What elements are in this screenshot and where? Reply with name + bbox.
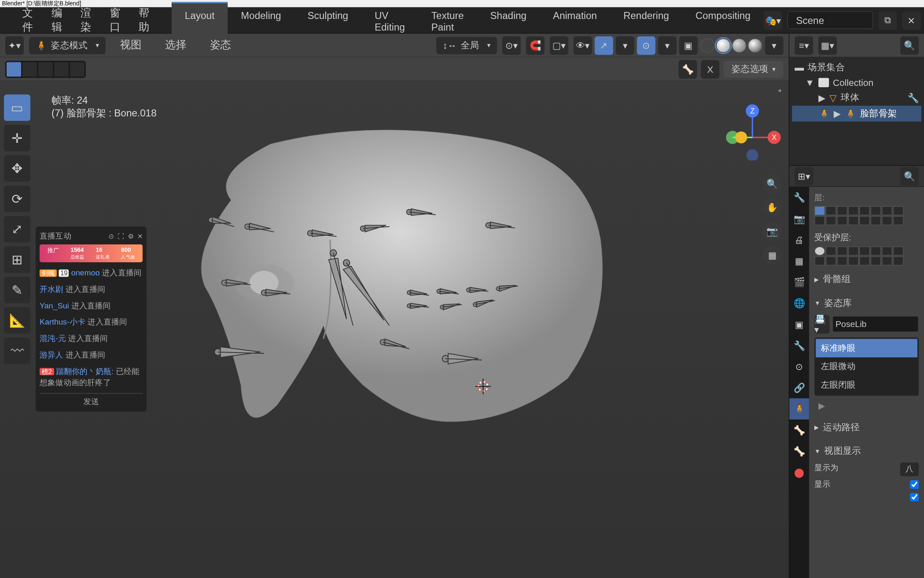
tree-scene-collection[interactable]: ▬ 场景集合	[792, 59, 922, 75]
shading-matprev-icon[interactable]	[732, 38, 746, 52]
tool-scale[interactable]: ⤢	[4, 216, 31, 242]
visibility-icon[interactable]: 👁▾	[573, 36, 592, 54]
scene-browse-icon[interactable]: 🎭▾	[764, 11, 782, 29]
3d-viewport[interactable]: 帧率: 24 (7) 脸部骨架 : Bone.018 ▭ ✛ ✥ ⟳ ⤢ ⊞ ✎…	[0, 81, 789, 578]
shading-solid-icon[interactable]	[716, 38, 731, 52]
tool-cursor[interactable]: ✛	[4, 125, 31, 151]
display-as-value[interactable]: 八	[900, 462, 919, 476]
menu-file[interactable]: 文件	[13, 4, 42, 37]
display-checkbox[interactable]	[910, 479, 919, 490]
tab-shading[interactable]: Shading	[477, 2, 540, 39]
menu-window[interactable]: 窗口	[100, 4, 129, 37]
prop-tab-output[interactable]: 🖨	[790, 229, 809, 250]
prop-tab-object[interactable]: ▣	[790, 314, 809, 335]
tool-measure[interactable]: 📐	[4, 307, 31, 334]
tab-rendering[interactable]: Rendering	[610, 2, 682, 39]
tab-compositing[interactable]: Compositing	[682, 2, 764, 39]
select-extend-icon[interactable]	[22, 62, 37, 76]
prop-tab-physics[interactable]: ⊙	[790, 356, 809, 377]
prop-tab-boneconstraint[interactable]: 🦴	[790, 441, 809, 462]
tree-collection[interactable]: ▼ Collection	[792, 75, 922, 90]
menu-edit[interactable]: 编辑	[42, 4, 71, 37]
prop-tab-scene[interactable]: 🎬	[790, 272, 809, 293]
snap-icon[interactable]: 🧲	[526, 36, 544, 54]
orientation-dropdown[interactable]: ↕↔ 全局	[436, 37, 497, 54]
pan-icon[interactable]: ✋	[762, 197, 782, 217]
pose-options-button[interactable]: 姿态选项	[724, 60, 784, 78]
select-tweak-icon[interactable]	[7, 62, 21, 76]
tool-breakdown[interactable]: 〰	[4, 338, 31, 364]
camera-icon[interactable]: 📷	[762, 221, 782, 241]
tab-modeling[interactable]: Modeling	[228, 2, 294, 39]
modifier-icon[interactable]: 🔧	[908, 92, 919, 103]
tree-armature[interactable]: 🧍▶ 🧍 脸部骨架	[792, 106, 922, 121]
scene-copy-icon[interactable]: ⧉	[879, 11, 897, 29]
shading-wireframe-icon[interactable]	[700, 38, 715, 52]
zoom-icon[interactable]: 🔍	[762, 174, 782, 194]
select-intersect-icon[interactable]	[70, 62, 85, 76]
prop-tab-bone[interactable]: 🦴	[790, 419, 809, 441]
display-checkbox2[interactable]	[910, 493, 919, 502]
tab-sculpting[interactable]: Sculpting	[294, 2, 361, 39]
snap-type-icon[interactable]: ▢▾	[550, 36, 568, 54]
overlay-dropdown-icon[interactable]: ▾	[658, 36, 676, 54]
prop-tab-material[interactable]: ⬤	[790, 462, 809, 483]
gizmo-dropdown-icon[interactable]: ▾	[616, 36, 634, 54]
tab-animation[interactable]: Animation	[540, 2, 610, 39]
panel-viewport-display[interactable]: 视图显示	[814, 441, 919, 461]
viewport-menu-pose[interactable]: 姿态	[200, 36, 240, 54]
armature-layers[interactable]	[814, 206, 919, 225]
prop-tab-modifier[interactable]: 🔧	[790, 335, 809, 356]
tool-select-box[interactable]: ▭	[4, 95, 31, 121]
poselib-name-input[interactable]	[832, 316, 919, 332]
ortho-icon[interactable]: ▦	[762, 245, 782, 265]
panel-pose-library[interactable]: 姿态库	[814, 293, 919, 313]
scene-name-input[interactable]	[787, 11, 873, 29]
overlay-icon[interactable]: ⊙	[637, 36, 655, 54]
outliner-display-icon[interactable]: ▦▾	[818, 36, 837, 54]
nav-gizmo[interactable]: Z X	[723, 101, 782, 161]
tool-move[interactable]: ✥	[4, 155, 31, 182]
live-send-button[interactable]: 发送	[40, 393, 143, 408]
prop-tab-render[interactable]: 📷	[790, 208, 809, 229]
poselib-browse-icon[interactable]: 📇▾	[814, 315, 830, 333]
panel-bone-groups[interactable]: 骨骼组	[814, 270, 919, 289]
properties-editor-icon[interactable]: ⊞▾	[794, 167, 813, 185]
pose-item[interactable]: 标准睁眼	[816, 339, 917, 358]
tool-annotate[interactable]: ✎	[4, 277, 31, 303]
properties-search-icon[interactable]: 🔍	[900, 167, 919, 185]
outliner-editor-icon[interactable]: ≡▾	[794, 36, 813, 54]
menu-render[interactable]: 渲染	[71, 4, 100, 37]
select-subtract-icon[interactable]	[38, 62, 53, 76]
tool-rotate[interactable]: ⟳	[4, 186, 31, 212]
xray-icon[interactable]: ▣	[679, 36, 698, 54]
prop-tab-viewlayer[interactable]: ▦	[790, 250, 809, 271]
tab-uv[interactable]: UV Editing	[361, 2, 418, 39]
tab-layout[interactable]: Layout	[172, 2, 228, 39]
live-controls[interactable]: ⊙ ⛶ ⚙ ✕	[108, 232, 143, 240]
protected-layers[interactable]	[814, 246, 919, 265]
editor-type-icon[interactable]: ✦▾	[5, 36, 24, 54]
viewport-menu-select[interactable]: 选择	[156, 36, 196, 54]
outliner-search-icon[interactable]: 🔍	[900, 36, 919, 54]
gizmo-icon[interactable]: ↗	[595, 36, 613, 54]
prop-tab-world[interactable]: 🌐	[790, 293, 809, 314]
panel-motion-paths[interactable]: 运动路径	[814, 417, 919, 437]
menu-help[interactable]: 帮助	[130, 4, 158, 37]
shading-rendered-icon[interactable]	[748, 38, 762, 52]
shading-dropdown-icon[interactable]: ▾	[765, 36, 783, 54]
mode-select-dropdown[interactable]: 🧍 姿态模式	[29, 37, 106, 54]
mirror-icon[interactable]: 🦴	[679, 60, 697, 78]
select-invert-icon[interactable]	[54, 62, 68, 76]
pose-item[interactable]: 左眼闭眼	[816, 376, 917, 394]
pose-item[interactable]: 左眼微动	[816, 358, 917, 376]
mirror-x-button[interactable]: X	[701, 60, 719, 78]
prop-tab-armature[interactable]: 🧍	[790, 398, 809, 419]
prop-tab-constraint[interactable]: 🔗	[790, 377, 809, 398]
tool-transform[interactable]: ⊞	[4, 246, 31, 273]
tab-texture[interactable]: Texture Paint	[418, 2, 477, 39]
tree-sphere[interactable]: ▶▽ 球体 🔧	[792, 90, 922, 106]
scene-delete-icon[interactable]: ✕	[902, 11, 921, 29]
prop-tab-tool[interactable]: 🔧	[790, 187, 809, 208]
viewport-menu-view[interactable]: 视图	[111, 36, 151, 54]
